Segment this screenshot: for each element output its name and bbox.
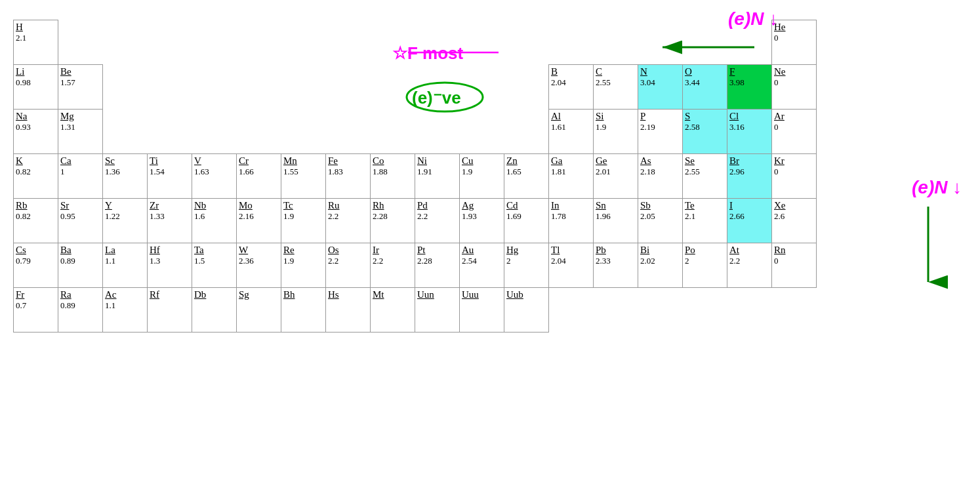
element-symbol: Mg [60,111,100,122]
element-cell: P2.19 [638,110,683,154]
element-cell: Co1.88 [371,154,415,199]
element-cell: Au2.54 [460,243,504,288]
element-cell: Ti1.54 [148,154,192,199]
element-en: 1.36 [105,167,145,177]
element-en: 1.88 [373,167,413,177]
element-symbol: Ca [60,155,100,167]
element-cell: Sn1.96 [594,199,638,243]
element-symbol: S [685,111,725,122]
element-symbol: Au [462,245,502,256]
element-cell: Uun [415,288,460,333]
element-en: 0.82 [16,211,56,222]
element-cell: Xe2.6 [772,199,817,243]
element-en: 2.28 [373,211,413,222]
element-en: 2.2 [729,256,769,266]
element-cell [58,20,103,65]
element-en: 0.93 [16,122,56,132]
element-symbol: Fe [328,155,368,167]
element-en: 2.02 [640,256,680,266]
element-cell [192,65,237,110]
element-en: 0.89 [60,300,100,311]
element-symbol: K [16,155,56,167]
element-cell [192,110,237,154]
element-cell [504,20,549,65]
element-en: 2.55 [685,167,725,177]
element-cell: O3.44 [683,65,727,110]
element-cell [326,110,371,154]
element-symbol: He [774,22,814,33]
element-en: 0.98 [16,77,56,88]
element-cell: F3.98 [727,65,772,110]
element-cell: Hg2 [504,243,549,288]
element-symbol: Mt [373,289,413,300]
element-cell [281,65,326,110]
element-cell [326,65,371,110]
element-cell: Se2.55 [683,154,727,199]
element-en: 2.05 [640,211,680,222]
element-cell: Zr1.33 [148,199,192,243]
element-symbol: Cd [506,200,546,211]
element-cell: Nb1.6 [192,199,237,243]
element-symbol: Zn [506,155,546,167]
element-cell: Cu1.9 [460,154,504,199]
element-symbol: Ga [551,155,591,167]
element-cell: Hs [326,288,371,333]
element-cell: Sg [237,288,281,333]
element-cell: K0.82 [14,154,58,199]
element-en: 2.01 [596,167,636,177]
element-en: 1.65 [506,167,546,177]
element-symbol: Db [194,289,234,300]
element-cell [326,20,371,65]
element-cell: Ba0.89 [58,243,103,288]
element-cell [371,20,415,65]
element-cell [281,20,326,65]
element-en: 2.04 [551,77,591,88]
element-symbol: Ne [774,66,814,77]
element-cell: Hf1.3 [148,243,192,288]
element-cell: H2.1 [14,20,58,65]
element-cell [683,20,727,65]
element-cell: At2.2 [727,243,772,288]
element-symbol: Te [685,200,725,211]
element-en: 3.44 [685,77,725,88]
element-cell: W2.36 [237,243,281,288]
element-symbol: N [640,66,680,77]
element-en: 1.55 [283,167,323,177]
element-en: 1.96 [596,211,636,222]
element-cell [638,20,683,65]
element-symbol: Cl [729,111,769,122]
element-symbol: Sr [60,200,100,211]
element-symbol: At [729,245,769,256]
element-en: 2.19 [640,122,680,132]
element-cell: Cs0.79 [14,243,58,288]
element-cell [103,20,148,65]
element-symbol: Si [596,111,636,122]
element-cell: Li0.98 [14,65,58,110]
element-cell: Mg1.31 [58,110,103,154]
element-en: 1.61 [551,122,591,132]
element-en: 0.89 [60,256,100,266]
element-cell: Be1.57 [58,65,103,110]
element-cell [148,65,192,110]
element-symbol: La [105,245,145,256]
element-cell [237,110,281,154]
element-en: 1.91 [417,167,457,177]
element-symbol: Rn [774,245,814,256]
element-en: 2.2 [417,211,457,222]
element-symbol: Fr [16,289,56,300]
element-symbol: Co [373,155,413,167]
element-cell: Zn1.65 [504,154,549,199]
element-symbol: Ra [60,289,100,300]
element-cell: In1.78 [549,199,594,243]
element-cell [504,110,549,154]
element-symbol: V [194,155,234,167]
element-cell: Br2.96 [727,154,772,199]
element-en: 0.7 [16,300,56,311]
element-symbol: Uub [506,289,546,300]
element-symbol: Ni [417,155,457,167]
element-symbol: Sb [640,200,680,211]
element-cell: Fe1.83 [326,154,371,199]
element-en: 1.22 [105,211,145,222]
element-symbol: Cu [462,155,502,167]
element-en: 1.9 [462,167,502,177]
